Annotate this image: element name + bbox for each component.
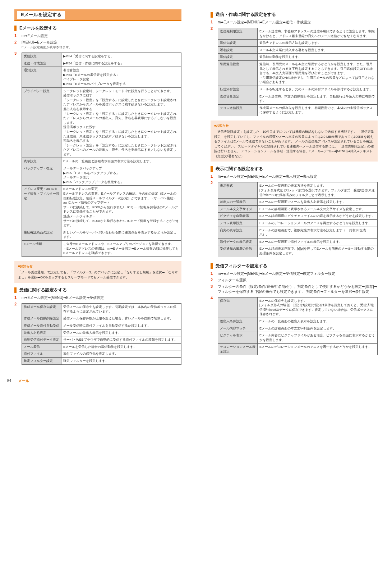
step-row: 2 送信先制限設定Eメール送信時、非登録アドレスへの送信を制限できるように設定し… (211, 26, 378, 118)
setting-value: 受信メールの差出人表示を設定します。 (61, 329, 181, 336)
page-number: 54 (7, 379, 11, 383)
note-head: ■お知らせ (18, 264, 178, 269)
table-row: 作成メール保存先設定受信メールの保存先を設定します。初期設定では、本体内の受信ボ… (22, 304, 181, 315)
table-row: ピクチャを自動表示Eメール詳細画面にピクチャファイルの内容を表示するかどうかを設… (218, 213, 378, 220)
step-row: 3 受信設定▶P.54「受信に関する設定をする」送信・作成設定▶P.54「送信・… (14, 51, 181, 258)
table-row: 自動受信添付データ設定サーバ・WEBブラウザで自動的に受信する添付ファイルの種類… (22, 336, 181, 344)
step-number: 3 (14, 51, 19, 55)
step-table: 作成メール保存先設定受信メールの保存先を設定します。初期設定では、本体内の受信ボ… (22, 302, 181, 366)
setting-value: サーバ・WEBブラウザで自動的に受信する添付ファイルの種類を設定します。 (61, 336, 181, 344)
setting-value: 新しいメールをサーバへ問い合わせる際に確認画面を表示するかどうか設定します。 (61, 229, 181, 240)
setting-key: 作成メール保存先設定 (22, 304, 61, 315)
sub-title: 受信フィルターを設定する (216, 263, 267, 269)
setting-value: Eメール送信時、非登録アドレスへの送信を制限できるように設定します。制限をかける… (258, 28, 378, 40)
setting-key: 送信先制限設定 (218, 28, 258, 40)
step-text: フィルターの条件（設定/条件/宛先/件名/添付）、判定条件として使用するかどうか… (218, 284, 378, 294)
table-row: Eメール情報ご自身のEメールアドレスや、Eメールアプリのバージョンを確認できます… (22, 240, 181, 256)
setting-value: Eメール詳細表示画面で、[r][p]を押してEメールを前後のメールへ移動する際の… (258, 245, 378, 257)
setting-key: 宛先の表示設定 (218, 227, 258, 238)
setting-key: アドレス変更・au ICカード情報・フィルター設定 (22, 186, 61, 229)
setting-value: Eメールのデコレーションメールのアニメを再生するかどうかを設定します。 (258, 344, 378, 355)
setting-key: デコレ表示設定 (218, 219, 258, 227)
table-row: 送信先制限設定Eメール送信時、非登録アドレスへの送信を制限できるように設定します… (218, 28, 378, 40)
setting-key: バックアップ・復元 (22, 165, 61, 186)
sub-heading: 受信フィルターを設定する (211, 263, 378, 269)
section-band: Eメールを設定する (14, 9, 181, 21)
setting-key: 添付ファイル (22, 350, 61, 358)
sub-heading: 表示に関する設定をする (211, 166, 378, 172)
setting-key: 接続確認画面の設定 (22, 229, 61, 240)
setting-value: Eメールアドレスの変更 Eメールアドレスの変更、Eメールアドレスの確認、その他の… (61, 186, 181, 229)
step-row: 1 m➡Eメール設定 (14, 33, 181, 38)
table-row: メール本文文字サイズEメールの詳細画面に表示されるメール本文の文字サイズを設定し… (218, 205, 378, 213)
table-row: 引用返信設定返信時、引用元のメールを本文に引用するかどうかを設定します。また、引… (218, 60, 378, 86)
table-row: 表示形式Eメールの一覧画面の表示方法を設定します。 [フォルダ形式]と[スレッド… (218, 182, 378, 199)
step-row: 2 作成メール保存先設定受信メールの保存先を設定します。初期設定では、本体内の受… (14, 302, 181, 366)
table-row: 表示設定Eメールの一覧画面と詳細表示画面の表示方法を設定します。 (22, 158, 181, 165)
step-text: m➡Eメール設定➡[MENU]➡Eメール設定➡送信・作成設定 (218, 20, 378, 25)
step-text: m➡Eメール設定➡[MENU]➡Eメール設定➡受信設定➡確定フィルター設定 (218, 271, 378, 276)
note-head: ■お知らせ (214, 123, 374, 128)
table-row: 受信通知の履歴の件数Eメール詳細表示画面で、[r][p]を押してEメールを前後の… (218, 245, 378, 257)
setting-key: 自動受信添付データ設定 (22, 336, 61, 344)
setting-value: 添付ファイルの保存先を設定します。 (61, 350, 181, 358)
setting-key: 作成メール添付自動受信 (22, 322, 61, 330)
table-row: 返信先設定返信先アドレスの表示方法を設定します。 (218, 40, 378, 47)
settings-table: 受信設定▶P.54「受信に関する設定をする」送信・作成設定▶P.54「送信・作成… (22, 53, 181, 257)
step-text: m➡Eメール設定➡[MENU]➡Eメール設定➡受信設定 (22, 295, 181, 300)
bar-icon (14, 287, 17, 293)
sub-heading: 送信・作成に関する設定をする (211, 12, 378, 18)
table-row: プライバシー設定シークレット設定時、シークレットモード中に設定を行うことができま… (22, 87, 181, 158)
step-number: 2 (14, 302, 19, 306)
table-row: 返信設定返信時の動作を設定します。 (218, 54, 378, 61)
step-text: m➡Eメール設定➡[MENU]➡Eメール設定➡表示設定➡表示設定 (218, 174, 378, 179)
sub-heading: 受信に関する設定をする (14, 287, 181, 293)
bar-icon (211, 166, 213, 172)
setting-key: ピクチャを自動表示 (218, 213, 258, 220)
step-number: 2 (211, 26, 215, 31)
setting-value: ご自身のEメールアドレスや、Eメールアプリのバージョンを確認できます。 ・Eメー… (61, 240, 181, 256)
bar-icon (14, 26, 17, 31)
table-row: 通知設定着信音設定 ▶P.54「Eメールの着信音を設定する」 バイブレータ設定 … (22, 67, 181, 87)
setting-value: Eメール詳細画面にピクチャファイルの内容を表示するかどうかを設定します。 (258, 213, 378, 220)
setting-key: デコレーションメール表示設定 (218, 344, 258, 355)
setting-value: ▶P.54「受信に関する設定をする」 (61, 53, 181, 60)
step-text: m➡Eメール設定 (22, 33, 181, 38)
setting-value: Eメールの一覧画面の差出人表示を設定します。 (258, 318, 378, 325)
table-row: 接続確認画面の設定新しいメールをサーバへ問い合わせる際に確認画面を表示するかどう… (22, 229, 181, 240)
note-body: 「送信先制限設定」を設定した、10件目までについては機種の確認をしないで送信する… (214, 130, 374, 159)
setting-key: メール着信 (22, 343, 61, 350)
setting-key: メール本文文字サイズ (218, 205, 258, 213)
setting-key: 差出人条件設定 (218, 318, 258, 325)
setting-key: 確定フィルター設定 (22, 358, 61, 365)
table-row: 送信・作成設定▶P.54「送信・作成に関する設定をする」 (22, 60, 181, 67)
step-table: 送信先制限設定Eメール送信時、非登録アドレスへの送信を制限できるように設定します… (218, 26, 378, 118)
step-row: 2 表示形式Eメールの一覧画面の表示方法を設定します。 [フォルダ形式]と[スレ… (211, 181, 378, 258)
table-row: 受信設定▶P.54「受信に関する設定をする」 (22, 53, 181, 60)
table-row: 送信容量設定Eメール送信時、本文の自動改行を設定します。自動改行は半角入力時に有… (218, 93, 378, 104)
table-row: 署名設定メール本文末尾に挿入する署名を設定します。 (218, 46, 378, 54)
setting-value: Eメールの詳細画面で、複数宛先の表示方法を設定します（一列表示/全表示）。 (258, 227, 378, 238)
setting-key: 受信設定 (22, 53, 61, 60)
setting-key: デコレ送信設定 (218, 104, 258, 116)
table-row: 添付ファイル添付ファイルの保存先を設定します。 (22, 350, 181, 358)
step-number: 4 (211, 296, 215, 300)
setting-value: Eメールのデコレーションメールのアニメを再生するかどうかを設定します。 (258, 219, 378, 227)
setting-value: 作成済メールの保存先を設定します。初期設定では、本体内の未送信ボックスに保存する… (258, 104, 378, 116)
step-row: 1 m➡Eメール設定➡[MENU]➡Eメール設定➡送信・作成設定 (211, 20, 378, 25)
settings-table: 送信先制限設定Eメール送信時、非登録アドレスへの送信を制限できるように設定します… (218, 28, 378, 116)
setting-value: Eメールの詳細画面の本文文字列条件を設定します。 (258, 325, 378, 332)
step-row: 4 保存先Eメールの保存先を設定します。 [フォルダ形式の場合]：[振分け設定]… (211, 296, 378, 357)
step-number: 3 (211, 284, 215, 289)
note-body: 「メール受信通知」で設定しても、「フィルター3」のデバッグに設定し「なりすまし規… (18, 270, 178, 280)
step-table: 保存先Eメールの保存先を設定します。 [フォルダ形式の場合]：[振分け設定]で振… (218, 296, 378, 357)
setting-value: Eメールの一覧画面と詳細表示画面の表示方法を設定します。 (61, 158, 181, 165)
setting-key: 表示設定 (22, 158, 61, 165)
setting-key: ピクチャを表示 (218, 332, 258, 344)
step-number: 1 (14, 33, 19, 38)
setting-key: 転送添付設定 (218, 86, 258, 93)
table-row: デコレーションメール表示設定Eメールのデコレーションメールのアニメを再生するかど… (218, 344, 378, 355)
table-row: アドレス変更・au ICカード情報・フィルター設定Eメールアドレスの変更 Eメー… (22, 186, 181, 229)
setting-key: 差出人の一覧表示 (218, 199, 258, 206)
table-row: メール内容マッチEメールの詳細画面の本文文字列条件を設定します。 (218, 325, 378, 332)
